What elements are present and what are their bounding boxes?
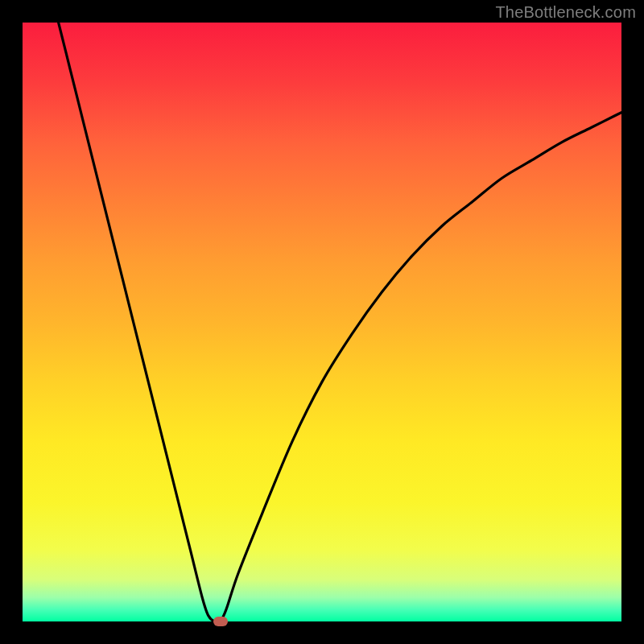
chart-frame: TheBottleneck.com xyxy=(0,0,644,644)
optimal-point-marker xyxy=(213,617,228,626)
bottleneck-curve xyxy=(59,23,621,621)
curve-svg xyxy=(23,23,621,621)
plot-area xyxy=(23,23,621,621)
watermark-text: TheBottleneck.com xyxy=(495,3,636,22)
